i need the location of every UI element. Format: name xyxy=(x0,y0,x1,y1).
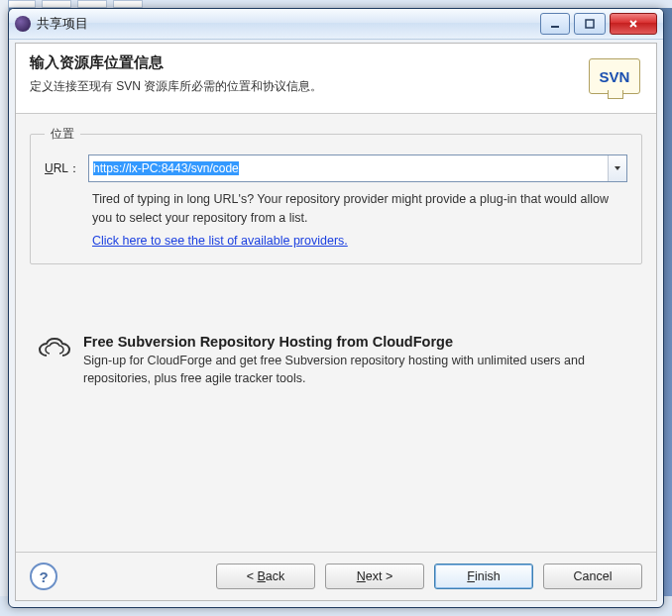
promo-body: Sign-up for CloudForge and get free Subv… xyxy=(83,352,634,387)
finish-button[interactable]: Finish xyxy=(434,564,533,589)
dialog-window: 共享项目 输入资源库位置信息 定义连接至现有 SVN 资源库所必需的位置和协议信… xyxy=(8,8,664,608)
wizard-body: 位置 URL： Tired of typing in long URL's? Y… xyxy=(16,114,656,552)
cloud-icon xyxy=(38,338,71,361)
wizard-subheading: 定义连接至现有 SVN 资源库所必需的位置和协议信息。 xyxy=(30,78,587,95)
providers-link[interactable]: Click here to see the list of available … xyxy=(92,234,348,248)
svg-rect-1 xyxy=(586,20,594,28)
close-button[interactable] xyxy=(610,13,657,35)
next-button[interactable]: Next > xyxy=(325,564,424,589)
url-combo[interactable] xyxy=(88,154,627,182)
maximize-button[interactable] xyxy=(574,13,606,35)
back-button[interactable]: < Back xyxy=(216,564,315,589)
desktop-background: 共享项目 输入资源库位置信息 定义连接至现有 SVN 资源库所必需的位置和协议信… xyxy=(0,0,672,616)
dialog-client-area: 输入资源库位置信息 定义连接至现有 SVN 资源库所必需的位置和协议信息。 SV… xyxy=(15,43,657,601)
titlebar[interactable]: 共享项目 xyxy=(9,9,663,40)
window-title: 共享项目 xyxy=(37,15,88,33)
cloudforge-promo: Free Subversion Repository Hosting from … xyxy=(30,334,642,387)
promo-title: Free Subversion Repository Hosting from … xyxy=(83,334,634,350)
url-label: URL： xyxy=(45,160,80,177)
url-input[interactable] xyxy=(88,154,627,182)
url-row: URL： xyxy=(45,154,627,182)
chevron-down-icon xyxy=(614,164,621,172)
url-dropdown-button[interactable] xyxy=(608,155,626,181)
svn-badge-icon: SVN xyxy=(589,58,640,94)
location-group: 位置 URL： Tired of typing in long URL's? Y… xyxy=(30,126,642,264)
location-legend: 位置 xyxy=(45,126,80,143)
wizard-heading: 输入资源库位置信息 xyxy=(30,53,587,72)
help-button[interactable]: ? xyxy=(30,563,57,590)
cancel-button[interactable]: Cancel xyxy=(543,564,642,589)
wizard-header: 输入资源库位置信息 定义连接至现有 SVN 资源库所必需的位置和协议信息。 SV… xyxy=(16,44,656,114)
background-toolbar-hint xyxy=(0,0,672,8)
minimize-button[interactable] xyxy=(540,13,570,35)
wizard-button-bar: ? < Back Next > Finish Cancel xyxy=(16,552,656,600)
eclipse-icon xyxy=(15,16,31,32)
svn-logo: SVN xyxy=(587,53,642,99)
url-hint-text: Tired of typing in long URL's? Your repo… xyxy=(92,190,627,228)
